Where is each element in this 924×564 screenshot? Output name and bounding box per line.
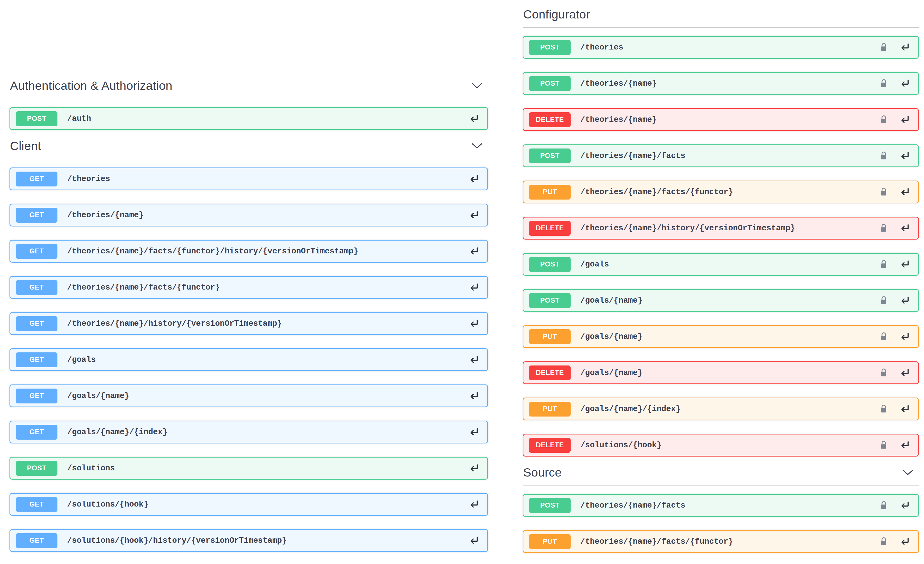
operation-row[interactable]: GET/goals/{name}	[9, 384, 488, 407]
return-arrow-icon[interactable]	[468, 173, 480, 184]
return-arrow-icon[interactable]	[899, 42, 910, 53]
lock-icon[interactable]	[880, 332, 888, 341]
return-arrow-icon[interactable]	[468, 210, 480, 221]
method-badge[interactable]: GET	[16, 280, 57, 295]
lock-icon[interactable]	[880, 43, 888, 52]
method-badge[interactable]: PUT	[529, 534, 571, 549]
return-arrow-icon[interactable]	[899, 259, 910, 270]
lock-icon[interactable]	[880, 404, 888, 414]
operation-row[interactable]: PUT/goals/{name}/{index}	[523, 398, 919, 420]
operation-row[interactable]: GET/theories/{name}/facts/{functor}/hist…	[9, 240, 488, 262]
method-badge[interactable]: PUT	[529, 402, 571, 417]
return-arrow-icon[interactable]	[468, 282, 480, 293]
method-badge[interactable]: GET	[16, 425, 57, 440]
lock-icon[interactable]	[880, 501, 888, 510]
lock-icon[interactable]	[880, 151, 888, 160]
return-arrow-icon[interactable]	[899, 114, 910, 125]
lock-icon[interactable]	[880, 115, 888, 124]
chevron-down-icon[interactable]	[902, 469, 914, 476]
operation-row[interactable]: PUT/theories/{name}/facts/{functor}	[523, 530, 919, 553]
lock-icon[interactable]	[880, 296, 888, 305]
return-arrow-icon[interactable]	[899, 295, 910, 306]
return-arrow-icon[interactable]	[468, 113, 480, 124]
section-header-configurator[interactable]: Configurator	[523, 6, 919, 28]
return-arrow-icon[interactable]	[899, 223, 910, 234]
operation-row[interactable]: POST/theories/{name}	[523, 72, 919, 95]
lock-icon[interactable]	[880, 79, 888, 88]
operation-row[interactable]: DELETE/theories/{name}/history/{versionO…	[523, 217, 919, 240]
lock-icon[interactable]	[880, 440, 888, 450]
return-arrow-icon[interactable]	[899, 78, 910, 89]
operation-row[interactable]: GET/goals	[9, 348, 488, 371]
method-badge[interactable]: GET	[16, 352, 57, 367]
method-badge[interactable]: DELETE	[529, 438, 571, 453]
operation-row[interactable]: DELETE/goals/{name}	[523, 362, 919, 384]
method-badge[interactable]: GET	[16, 244, 57, 259]
return-arrow-icon[interactable]	[899, 536, 910, 548]
lock-icon[interactable]	[880, 224, 888, 233]
operation-row[interactable]: POST/solutions	[9, 457, 488, 480]
return-arrow-icon[interactable]	[899, 367, 910, 379]
section-header-source[interactable]: Source	[523, 464, 919, 486]
section-header-authentication-authorization[interactable]: Authentication & Authorization	[9, 77, 488, 99]
method-badge[interactable]: POST	[529, 498, 571, 513]
return-arrow-icon[interactable]	[468, 463, 480, 474]
method-badge[interactable]: DELETE	[529, 221, 571, 236]
chevron-down-icon[interactable]	[471, 142, 483, 149]
method-badge[interactable]: POST	[16, 111, 57, 126]
lock-icon[interactable]	[880, 187, 888, 197]
method-badge[interactable]: POST	[529, 257, 571, 272]
operation-row[interactable]: GET/solutions/{hook}	[9, 493, 488, 516]
method-badge[interactable]: GET	[16, 172, 57, 186]
operation-row[interactable]: GET/goals/{name}/{index}	[9, 421, 488, 444]
return-arrow-icon[interactable]	[899, 186, 910, 198]
lock-icon[interactable]	[880, 260, 888, 269]
chevron-down-icon[interactable]	[471, 82, 483, 89]
return-arrow-icon[interactable]	[899, 150, 910, 162]
operation-row[interactable]: POST/goals/{name}	[523, 289, 919, 312]
method-badge[interactable]: GET	[16, 208, 57, 223]
method-badge[interactable]: PUT	[529, 184, 571, 200]
method-badge[interactable]: POST	[529, 40, 571, 55]
return-arrow-icon[interactable]	[899, 331, 910, 342]
method-badge[interactable]: POST	[529, 148, 571, 164]
operation-row[interactable]: PUT/goals/{name}	[523, 325, 919, 348]
operation-row[interactable]: POST/theories/{name}/facts	[523, 144, 919, 167]
return-arrow-icon[interactable]	[468, 246, 480, 257]
operation-row[interactable]: DELETE/theories/{name}	[523, 108, 919, 131]
operation-row[interactable]: POST/auth	[9, 107, 488, 130]
operation-row[interactable]: GET/theories/{name}/facts/{functor}	[9, 276, 488, 299]
method-badge[interactable]: GET	[16, 388, 57, 404]
lock-icon[interactable]	[880, 368, 888, 378]
section-header-client[interactable]: Client	[9, 137, 488, 159]
operation-path: /theories/{name}/facts	[580, 152, 685, 160]
return-arrow-icon[interactable]	[468, 426, 480, 438]
return-arrow-icon[interactable]	[468, 318, 480, 329]
method-badge[interactable]: PUT	[529, 329, 571, 344]
operation-row[interactable]: GET/theories/{name}	[9, 204, 488, 226]
return-arrow-icon[interactable]	[468, 535, 480, 546]
operation-row[interactable]: POST/goals	[523, 253, 919, 276]
method-badge[interactable]: POST	[16, 461, 57, 476]
return-arrow-icon[interactable]	[899, 404, 910, 415]
operation-row[interactable]: POST/theories	[523, 36, 919, 59]
return-arrow-icon[interactable]	[468, 390, 480, 402]
operation-row[interactable]: PUT/theories/{name}/facts/{functor}	[523, 180, 919, 203]
return-arrow-icon[interactable]	[899, 440, 910, 451]
method-badge[interactable]: GET	[16, 497, 57, 512]
return-arrow-icon[interactable]	[899, 500, 910, 511]
method-badge[interactable]: POST	[529, 76, 571, 91]
method-badge[interactable]: GET	[16, 316, 57, 331]
operation-row[interactable]: DELETE/solutions/{hook}	[523, 434, 919, 456]
method-badge[interactable]: POST	[529, 293, 571, 308]
return-arrow-icon[interactable]	[468, 354, 480, 366]
operation-row[interactable]: GET/theories/{name}/history/{versionOrTi…	[9, 312, 488, 335]
lock-icon[interactable]	[880, 537, 888, 546]
method-badge[interactable]: DELETE	[529, 366, 571, 380]
method-badge[interactable]: DELETE	[529, 112, 571, 127]
method-badge[interactable]: GET	[16, 533, 57, 548]
return-arrow-icon[interactable]	[468, 499, 480, 510]
operation-row[interactable]: POST/theories/{name}/facts	[523, 494, 919, 517]
operation-row[interactable]: GET/theories	[9, 168, 488, 190]
operation-row[interactable]: GET/solutions/{hook}/history/{versionOrT…	[9, 529, 488, 552]
